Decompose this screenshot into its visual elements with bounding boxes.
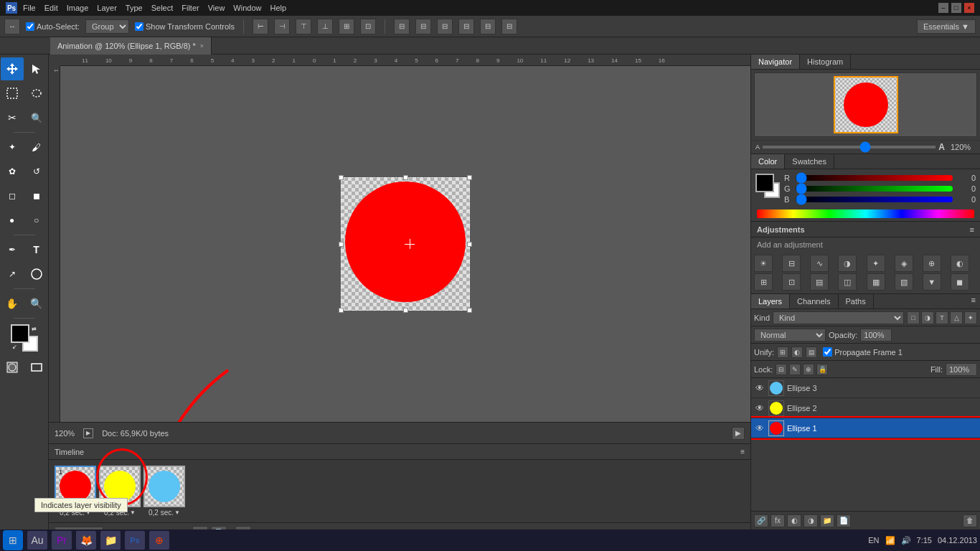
menu-filter[interactable]: Filter [182,4,199,12]
tab-swatches[interactable]: Swatches [785,154,834,169]
auto-select-type[interactable]: Group [85,19,129,34]
menu-layer[interactable]: Layer [97,4,117,12]
menu-view[interactable]: View [208,4,225,12]
filter-smart-icon[interactable]: ✦ [964,311,977,324]
tab-color[interactable]: Color [751,154,785,169]
add-mask-button[interactable]: ◐ [787,514,801,527]
adj-invert-icon[interactable]: ◫ [838,273,857,291]
tab-layers[interactable]: Layers [751,294,790,309]
transform-controls-checkbox[interactable] [135,22,143,31]
quick-mask-button[interactable] [1,356,24,379]
adj-hue-icon[interactable]: ◈ [895,255,913,272]
layer-item-1[interactable]: 👁 Ellipse 1 [751,418,980,438]
green-slider[interactable] [796,186,953,192]
fill-input[interactable] [946,363,977,376]
menu-file[interactable]: File [23,4,36,12]
minimize-button[interactable]: – [938,3,948,13]
color-fg-preview[interactable] [755,174,774,192]
essentials-button[interactable]: Essentials ▼ [917,19,976,34]
adj-curves-icon[interactable]: ∿ [810,255,829,272]
tab-channels[interactable]: Channels [790,294,838,309]
lock-paint-icon[interactable]: ✎ [789,364,801,375]
filter-type-icon[interactable]: T [936,311,948,324]
taskbar-photoshop-button[interactable]: Ps [125,531,145,550]
status-arrow-button[interactable]: ▶ [732,427,745,440]
tab-paths[interactable]: Paths [839,294,874,309]
eraser-button[interactable]: ◻ [1,184,24,207]
add-style-button[interactable]: fx [771,514,785,527]
layer-item-2[interactable]: 👁 Ellipse 2 [751,398,980,418]
menu-type[interactable]: Type [126,4,143,12]
blur-tool-button[interactable]: ● [1,209,24,232]
shape-tool-button[interactable] [25,263,48,286]
adj-levels-icon[interactable]: ⊟ [782,255,801,272]
reset-colors-icon[interactable]: ↙ [12,344,17,350]
align-top-icon[interactable]: ⊤ [296,19,311,34]
propagate-checkbox[interactable] [823,347,832,357]
distribute-icon-1[interactable]: ⊟ [394,19,410,34]
pen-tool-button[interactable]: ✒ [1,238,24,261]
lock-transparent-icon[interactable]: ⊟ [776,364,787,375]
path-select-button[interactable]: ↗ [1,263,24,286]
adj-posterize-icon[interactable]: ▦ [867,273,885,291]
adj-gradient-map-icon[interactable]: ▼ [923,273,941,291]
distribute-icon-4[interactable]: ⊟ [458,19,474,34]
move-tool-icon[interactable]: ↔ [4,19,20,34]
spot-heal-button[interactable]: ✦ [1,136,24,159]
timeline-expand-icon[interactable]: ≡ [740,448,745,456]
add-adjustment-button[interactable]: ◑ [804,514,818,527]
frame-duration-arrow-3[interactable]: ▼ [174,509,180,516]
taskbar-premiere-button[interactable]: Pr [52,531,72,550]
align-h-center-icon[interactable]: ⊞ [339,19,354,34]
opacity-input[interactable] [860,329,892,342]
move-tool-button[interactable] [1,57,24,80]
filter-shape-icon[interactable]: △ [950,311,963,324]
distribute-icon-2[interactable]: ⊟ [415,19,431,34]
selection-tool-button[interactable] [25,57,48,80]
dodge-tool-button[interactable]: ○ [25,209,48,232]
adj-threshold-icon[interactable]: ▧ [895,273,913,291]
unify-icon-1[interactable]: ⊞ [777,347,788,358]
distribute-icon-6[interactable]: ⊟ [501,19,517,34]
eyedropper-button[interactable]: 🔍 [25,106,48,129]
layer-visibility-1[interactable]: 👁 [754,423,765,434]
adj-channel-mixer-icon[interactable]: ⊡ [782,273,801,291]
align-left-icon[interactable]: ⊢ [253,19,268,34]
lock-all-icon[interactable]: 🔒 [816,364,828,375]
screen-mode-button[interactable] [25,356,48,379]
zoom-tool-button[interactable]: 🔍 [25,292,48,315]
align-v-center-icon[interactable]: ⊡ [360,19,376,34]
clone-stamp-button[interactable]: ✿ [1,160,24,183]
lock-position-icon[interactable]: ⊕ [803,364,814,375]
adj-black-white-icon[interactable]: ◐ [951,255,969,272]
align-bottom-icon[interactable]: ⊥ [317,19,333,34]
frame-item-3[interactable]: 0,2 sec. ▼ [143,466,185,517]
swap-colors-icon[interactable]: ⇄ [32,326,37,332]
adj-brightness-icon[interactable]: ☀ [754,255,773,272]
taskbar-chrome-button[interactable]: ⊕ [149,531,169,550]
gradient-button[interactable]: ◼ [25,184,48,207]
menu-help[interactable]: Help [270,4,286,12]
blue-slider[interactable] [796,197,953,202]
delete-layer-button[interactable]: 🗑 [963,514,977,527]
taskbar-start-button[interactable]: ⊞ [3,530,23,550]
adj-exposure-icon[interactable]: ◑ [838,255,857,272]
frame-duration-arrow-2[interactable]: ▼ [130,509,136,516]
adj-selective-color-icon[interactable]: ◼ [951,273,969,291]
filter-adjustment-icon[interactable]: ◑ [921,311,934,324]
filter-pixel-icon[interactable]: □ [907,311,920,324]
status-doc-icon[interactable]: ▶ [83,428,93,438]
distribute-icon-3[interactable]: ⊟ [437,19,453,34]
menu-select[interactable]: Select [151,4,174,12]
unify-icon-2[interactable]: ◐ [791,347,803,358]
layer-visibility-2[interactable]: 👁 [754,402,765,414]
align-right-icon[interactable]: ⊣ [274,19,290,34]
tab-navigator[interactable]: Navigator [751,55,800,69]
close-button[interactable]: × [964,3,974,13]
history-button[interactable]: ↺ [25,160,48,183]
document-tab[interactable]: Animation @ 120% (Ellipse 1, RGB/8) * × [50,37,212,55]
add-group-button[interactable]: 📁 [820,514,834,527]
layer-item-3[interactable]: 👁 Ellipse 3 [751,378,980,398]
maximize-button[interactable]: □ [951,3,961,13]
tab-histogram[interactable]: Histogram [800,55,851,69]
